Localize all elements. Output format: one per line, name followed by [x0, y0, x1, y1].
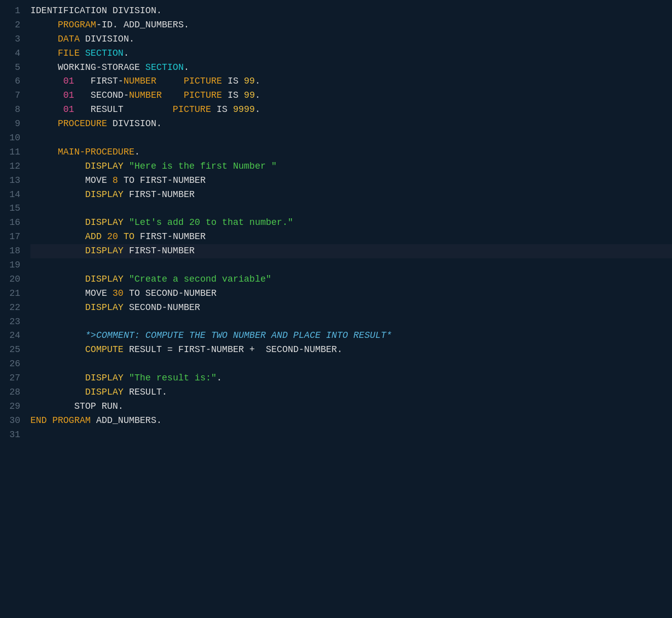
code-line-19	[30, 258, 672, 273]
code-line-26	[30, 357, 672, 371]
code-line-22: DISPLAY SECOND-NUMBER	[30, 301, 672, 315]
line-num-16: 16	[4, 216, 20, 230]
code-line-18: DISPLAY FIRST-NUMBER	[30, 244, 672, 258]
code-line-31	[30, 428, 672, 442]
line-num-18: 18	[4, 244, 20, 258]
line-num-11: 11	[4, 145, 20, 160]
line-num-20: 20	[4, 273, 20, 287]
code-editor: 1 2 3 4 5 6 7 8 9 10 11 12 13 14 15 16 1…	[0, 0, 672, 618]
line-num-7: 7	[4, 89, 20, 103]
line-num-2: 2	[4, 18, 20, 32]
code-line-17: ADD 20 TO FIRST-NUMBER	[30, 230, 672, 244]
code-line-2: PROGRAM-ID. ADD_NUMBERS.	[30, 18, 672, 32]
line-num-24: 24	[4, 329, 20, 343]
code-line-9: PROCEDURE DIVISION.	[30, 117, 672, 131]
line-num-25: 25	[4, 343, 20, 357]
line-num-10: 10	[4, 131, 20, 145]
code-line-28: DISPLAY RESULT.	[30, 385, 672, 400]
code-line-24: *>COMMENT: COMPUTE THE TWO NUMBER AND PL…	[30, 329, 672, 343]
line-num-27: 27	[4, 371, 20, 385]
code-line-13: MOVE 8 TO FIRST-NUMBER	[30, 174, 672, 188]
code-line-1: IDENTIFICATION DIVISION.	[30, 4, 672, 18]
code-line-7: 01 SECOND-NUMBER PICTURE IS 99.	[30, 89, 672, 103]
line-num-9: 9	[4, 117, 20, 131]
line-num-12: 12	[4, 160, 20, 174]
line-num-15: 15	[4, 202, 20, 216]
code-line-10	[30, 131, 672, 145]
code-line-8: 01 RESULT PICTURE IS 9999.	[30, 103, 672, 117]
code-line-20: DISPLAY "Create a second variable"	[30, 273, 672, 287]
line-num-1: 1	[4, 4, 20, 18]
line-num-17: 17	[4, 230, 20, 244]
code-line-27: DISPLAY "The result is:".	[30, 371, 672, 385]
code-line-14: DISPLAY FIRST-NUMBER	[30, 188, 672, 202]
code-line-12: DISPLAY "Here is the first Number "	[30, 160, 672, 174]
line-num-30: 30	[4, 414, 20, 428]
line-num-28: 28	[4, 385, 20, 400]
line-numbers: 1 2 3 4 5 6 7 8 9 10 11 12 13 14 15 16 1…	[0, 4, 26, 614]
line-num-22: 22	[4, 301, 20, 315]
line-num-8: 8	[4, 103, 20, 117]
code-line-25: COMPUTE RESULT = FIRST-NUMBER + SECOND-N…	[30, 343, 672, 357]
code-line-30: END PROGRAM ADD_NUMBERS.	[30, 414, 672, 428]
code-line-15	[30, 202, 672, 216]
code-line-16: DISPLAY "Let's add 20 to that number."	[30, 216, 672, 230]
line-num-29: 29	[4, 400, 20, 414]
line-num-5: 5	[4, 61, 20, 75]
line-num-21: 21	[4, 287, 20, 301]
code-line-11: MAIN-PROCEDURE.	[30, 145, 672, 160]
code-content: IDENTIFICATION DIVISION. PROGRAM-ID. ADD…	[26, 4, 672, 614]
code-line-6: 01 FIRST-NUMBER PICTURE IS 99.	[30, 74, 672, 89]
code-line-29: STOP RUN.	[30, 400, 672, 414]
code-line-4: FILE SECTION.	[30, 47, 672, 61]
line-num-23: 23	[4, 315, 20, 329]
line-num-31: 31	[4, 428, 20, 442]
code-line-23	[30, 315, 672, 329]
code-line-5: WORKING-STORAGE SECTION.	[30, 61, 672, 75]
line-num-3: 3	[4, 32, 20, 47]
line-num-19: 19	[4, 258, 20, 273]
line-num-13: 13	[4, 174, 20, 188]
line-num-26: 26	[4, 357, 20, 371]
code-line-21: MOVE 30 TO SECOND-NUMBER	[30, 287, 672, 301]
line-num-14: 14	[4, 188, 20, 202]
code-line-3: DATA DIVISION.	[30, 32, 672, 47]
line-num-6: 6	[4, 74, 20, 89]
line-num-4: 4	[4, 47, 20, 61]
